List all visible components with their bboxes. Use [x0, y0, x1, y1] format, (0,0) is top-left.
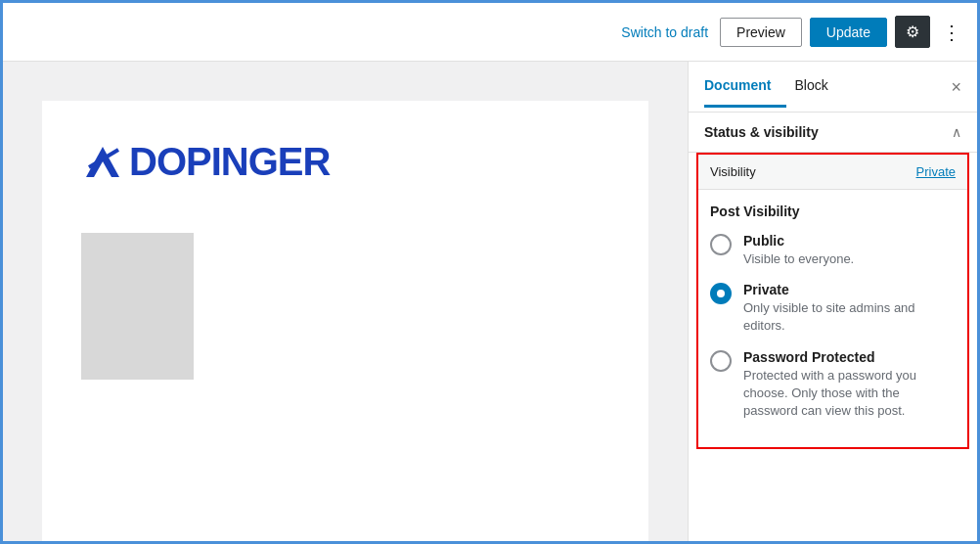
more-options-button[interactable]: ⋮ [938, 17, 965, 48]
logo-icon [81, 140, 125, 184]
radio-desc-password-protected: Protected with a password you choose. On… [743, 367, 956, 421]
radio-option-public[interactable]: Public Visible to everyone. [710, 233, 956, 268]
radio-btn-public[interactable] [710, 234, 732, 255]
sidebar: Document Block × Status & visibility ∧ V… [688, 62, 977, 544]
radio-option-password-protected[interactable]: Password Protected Protected with a pass… [710, 349, 956, 421]
tab-block[interactable]: Block [794, 66, 843, 108]
close-sidebar-button[interactable]: × [951, 78, 961, 96]
sidebar-tabs: Document Block × [689, 62, 977, 113]
radio-title-private: Private [743, 282, 956, 297]
main-layout: DOPINGER Document Block × Status & visib… [3, 62, 977, 544]
visibility-row: Visibility Private [698, 155, 967, 190]
preview-button[interactable]: Preview [720, 18, 802, 47]
visibility-value[interactable]: Private [916, 164, 956, 179]
radio-desc-public: Visible to everyone. [743, 250, 854, 268]
logo: DOPINGER [81, 140, 609, 184]
more-icon: ⋮ [942, 21, 961, 44]
radio-title-password-protected: Password Protected [743, 349, 956, 365]
radio-title-public: Public [743, 233, 854, 249]
section-title: Status & visibility [704, 124, 819, 140]
chevron-up-icon: ∧ [952, 124, 961, 140]
content-area: DOPINGER [3, 62, 688, 544]
section-header[interactable]: Status & visibility ∧ [689, 113, 977, 152]
visibility-label: Visibility [710, 164, 756, 179]
tab-document[interactable]: Document [704, 66, 786, 108]
radio-content-private: Private Only visible to site admins and … [743, 282, 956, 335]
editor-canvas: DOPINGER [42, 101, 648, 544]
radio-btn-password-protected[interactable] [710, 350, 732, 372]
radio-btn-private[interactable] [710, 283, 732, 304]
post-visibility-title: Post Visibility [710, 204, 956, 219]
switch-to-draft-button[interactable]: Switch to draft [621, 24, 708, 40]
toolbar: Switch to draft Preview Update ⚙ ⋮ [3, 3, 977, 62]
post-visibility-section: Post Visibility Public Visible to everyo… [698, 190, 967, 447]
radio-desc-private: Only visible to site admins and editors. [743, 299, 956, 335]
radio-content-password-protected: Password Protected Protected with a pass… [743, 349, 956, 421]
radio-content-public: Public Visible to everyone. [743, 233, 854, 268]
visibility-panel: Visibility Private Post Visibility Publi… [696, 153, 969, 449]
status-visibility-section: Status & visibility ∧ [689, 113, 977, 153]
logo-text: DOPINGER [129, 140, 330, 184]
image-placeholder [81, 233, 194, 380]
radio-option-private[interactable]: Private Only visible to site admins and … [710, 282, 956, 335]
gear-icon: ⚙ [906, 23, 919, 41]
update-button[interactable]: Update [810, 18, 887, 47]
settings-button[interactable]: ⚙ [895, 16, 930, 48]
